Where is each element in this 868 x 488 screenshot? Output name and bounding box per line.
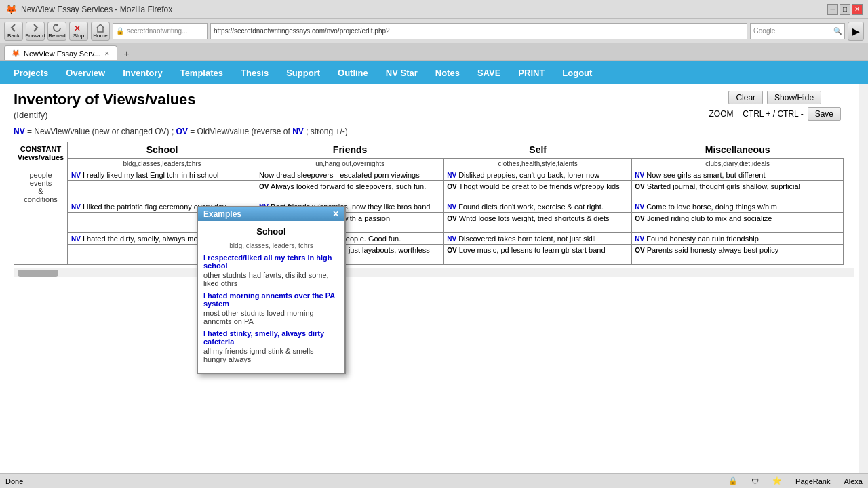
status-text: Done bbox=[5, 477, 23, 485]
sub-school: bldg,classes,leaders,tchrs bbox=[68, 159, 256, 169]
nav-outline[interactable]: Outline bbox=[330, 65, 376, 81]
window-controls: ─ □ ✕ bbox=[827, 4, 863, 15]
main-content: Inventory of Views/values (Identify) Cle… bbox=[0, 84, 868, 473]
clear-button[interactable]: Clear bbox=[728, 91, 763, 104]
search-bar[interactable]: Google 🔍 bbox=[750, 23, 845, 39]
table-row: NV I really liked my last Engl tchr in h… bbox=[68, 169, 844, 181]
popup-header: Examples ✕ bbox=[198, 207, 344, 221]
misc-nv-3: NV Found honesty can ruin friendship bbox=[632, 233, 844, 245]
popup-nv-2: I hated morning anncmts over the PA syst… bbox=[203, 291, 339, 308]
nav-templates[interactable]: Templates bbox=[172, 65, 231, 81]
url-bar[interactable]: https://secretdnaofwritingessays.com/nvo… bbox=[210, 23, 747, 39]
close-button[interactable]: ✕ bbox=[852, 4, 863, 15]
data-table: School Friends Self Miscellaneous bldg,c… bbox=[68, 142, 844, 265]
page-subtitle: (Identify) bbox=[14, 110, 196, 120]
browser-titlebar: 🦊 NewView Essay Services - Mozilla Firef… bbox=[0, 0, 868, 19]
popup-nv-3: I hated stinky, smelly, always dirty caf… bbox=[203, 329, 339, 346]
popup-ov-1: other studnts had favrts, dislikd some, … bbox=[203, 271, 339, 287]
table-row: OV Hated Jen and Laura with a passion OV… bbox=[68, 213, 844, 233]
misc-nv-2: NV Come to love horse, doing things w/hi… bbox=[632, 201, 844, 213]
address-bar[interactable]: 🔒 secretdnaofwriting... bbox=[113, 23, 208, 39]
misc-ov-2: OV Joined riding club to mix and sociali… bbox=[632, 213, 844, 233]
friends-ov-1: OV Always looked forward to sleepovers, … bbox=[256, 181, 444, 201]
nav-save[interactable]: SAVE bbox=[469, 65, 509, 81]
nav-projects[interactable]: Projects bbox=[5, 65, 56, 81]
status-bar: Done 🔒 🛡 ⭐ PageRank Alexa bbox=[0, 473, 868, 488]
nav-menu: Projects Overview Inventory Templates Th… bbox=[0, 61, 868, 84]
svg-text:✕: ✕ bbox=[74, 24, 81, 33]
home-button[interactable]: Home bbox=[91, 22, 110, 41]
self-nv-2: NV Found diets don't work, exercise & ea… bbox=[444, 201, 632, 213]
right-scrollbar[interactable] bbox=[859, 84, 868, 473]
table-row: OV Always looked forward to sleepovers, … bbox=[68, 181, 844, 201]
page-title: Inventory of Views/values bbox=[14, 91, 196, 108]
popup-close-button[interactable]: ✕ bbox=[332, 209, 339, 219]
nav-overview[interactable]: Overview bbox=[58, 65, 113, 81]
show-hide-button[interactable]: Show/Hide bbox=[767, 91, 821, 104]
ov-label: OV bbox=[176, 127, 188, 136]
table-row: OV Felt our group of frnds, just layabou… bbox=[68, 245, 844, 265]
popup-body: School bldg, classes, leaders, tchrs I r… bbox=[198, 221, 344, 373]
popup-ov-2: most other studnts loved morning anncmts… bbox=[203, 309, 339, 325]
popup-ov-3: all my friends ignrd stink & smells--hun… bbox=[203, 347, 339, 363]
extra-button[interactable]: ▶ bbox=[848, 22, 864, 41]
col-header-school: School bbox=[68, 142, 256, 159]
nav-nvstar[interactable]: NV Star bbox=[378, 65, 426, 81]
popup-item-3: I hated stinky, smelly, always dirty caf… bbox=[203, 329, 339, 363]
sub-friends: un,hang out,overnights bbox=[256, 159, 444, 169]
site-icon: 🔒 bbox=[116, 27, 124, 35]
subheader-row: bldg,classes,leaders,tchrs un,hang out,o… bbox=[68, 159, 844, 169]
school-nv-1: NV I really liked my last Engl tchr in h… bbox=[68, 169, 256, 181]
col-header-self: Self bbox=[444, 142, 632, 159]
popup-nv-1: I respected/liked all my tchrs in high s… bbox=[203, 253, 339, 270]
zoom-text: ZOOM = CTRL + / CTRL - bbox=[709, 109, 804, 119]
active-tab[interactable]: 🦊 NewView Essay Serv... ✕ bbox=[4, 45, 117, 60]
nav-support[interactable]: Support bbox=[278, 65, 328, 81]
school-ov-1 bbox=[68, 181, 256, 201]
search-icon: 🔍 bbox=[833, 27, 842, 35]
stop-button[interactable]: ✕ Stop bbox=[69, 22, 88, 41]
col-header-misc: Miscellaneous bbox=[632, 142, 844, 159]
misc-ov-3: OV Parents said honesty always best poli… bbox=[632, 245, 844, 265]
self-ov-2: OV Wntd loose lots weight, tried shortcu… bbox=[444, 213, 632, 233]
nav-logout[interactable]: Logout bbox=[554, 65, 600, 81]
back-button[interactable]: Back bbox=[4, 22, 23, 41]
save-button[interactable]: Save bbox=[808, 107, 841, 121]
nav-thesis[interactable]: Thesis bbox=[233, 65, 277, 81]
constant-sublabel: peopleevents&conditions bbox=[24, 171, 58, 203]
forward-button[interactable]: Forward bbox=[26, 22, 45, 41]
tab-close-button[interactable]: ✕ bbox=[104, 50, 110, 57]
legend-text: NV = NewView/value (new or changed OV) ;… bbox=[14, 127, 854, 136]
table-row: NV I liked the patriotic flag ceremony e… bbox=[68, 201, 844, 213]
lock-icon: 🔒 bbox=[728, 476, 738, 485]
scrollbar-thumb[interactable] bbox=[18, 270, 58, 277]
nav-print[interactable]: PRINT bbox=[510, 65, 553, 81]
stop-label: Stop bbox=[73, 33, 84, 39]
popup-subheader: bldg, classes, leaders, tchrs bbox=[203, 242, 339, 249]
popup-item-2: I hated morning anncmts over the PA syst… bbox=[203, 291, 339, 325]
popup-item-1: I respected/liked all my tchrs in high s… bbox=[203, 253, 339, 287]
sub-misc: clubs,diary,diet,ideals bbox=[632, 159, 844, 169]
nv-label: NV bbox=[14, 127, 25, 136]
star-icon: ⭐ bbox=[772, 476, 782, 485]
friends-nv-1: Now dread sleepovers - escalated porn vi… bbox=[256, 169, 444, 181]
horizontal-scrollbar[interactable] bbox=[14, 268, 854, 277]
table-row: NV I hated the dirty, smelly, always mes… bbox=[68, 233, 844, 245]
examples-popup: Examples ✕ School bldg, classes, leaders… bbox=[197, 206, 346, 374]
nav-notes[interactable]: Notes bbox=[427, 65, 468, 81]
arrow-icon: ▶ bbox=[852, 26, 860, 37]
tab-icon: 🦊 bbox=[12, 49, 20, 57]
home-label: Home bbox=[93, 33, 107, 39]
new-tab-button[interactable]: + bbox=[120, 47, 134, 60]
self-ov-1: OV Thogt would be great to be friends w/… bbox=[444, 181, 632, 201]
reload-button[interactable]: Reload bbox=[47, 22, 66, 41]
tab-label: NewView Essay Serv... bbox=[24, 49, 100, 58]
maximize-button[interactable]: □ bbox=[840, 4, 850, 15]
window-title: NewView Essay Services - Mozilla Firefox bbox=[21, 5, 823, 14]
minimize-button[interactable]: ─ bbox=[827, 4, 838, 15]
constant-label: CONSTANTViews/values bbox=[18, 145, 64, 161]
misc-ov-1: OV Started journal, thought girls shallo… bbox=[632, 181, 844, 201]
back-label: Back bbox=[7, 33, 20, 39]
search-label: Google bbox=[753, 27, 775, 35]
nav-inventory[interactable]: Inventory bbox=[115, 65, 171, 81]
